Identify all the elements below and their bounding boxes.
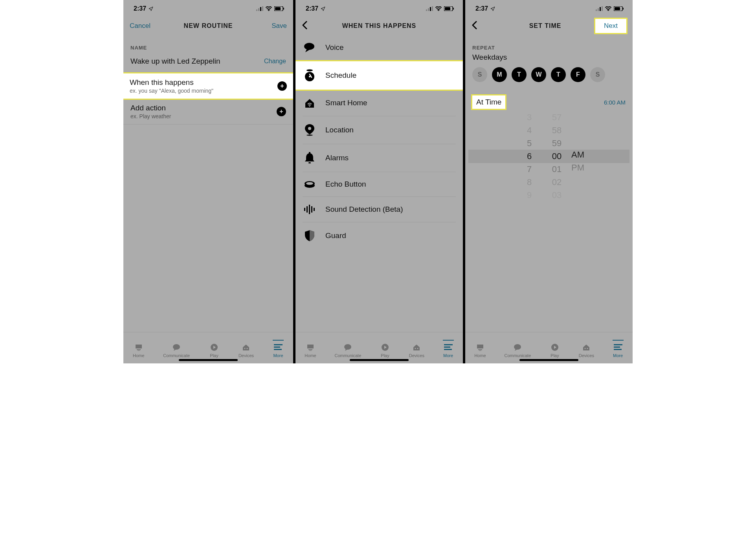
svg-point-26: [304, 43, 314, 50]
day-tue[interactable]: T: [512, 67, 527, 82]
picker-hours[interactable]: 3 4 5 6 7 8 9: [516, 117, 543, 195]
svg-rect-24: [445, 7, 450, 10]
status-bar: 2:37: [123, 0, 293, 17]
home-indicator[interactable]: [519, 359, 578, 361]
tab-more[interactable]: More: [443, 340, 454, 358]
home-indicator[interactable]: [350, 359, 409, 361]
back-button[interactable]: [472, 21, 495, 31]
day-fri[interactable]: F: [571, 67, 585, 82]
home-indicator[interactable]: [179, 359, 238, 361]
svg-rect-33: [309, 152, 310, 154]
tab-devices[interactable]: Devices: [579, 340, 594, 358]
save-button[interactable]: Save: [263, 22, 287, 30]
when-this-happens-row[interactable]: When this happens ex. you say "Alexa, go…: [123, 73, 293, 99]
at-time-row: At Time 6:00 AM: [465, 89, 633, 115]
play-icon: [551, 343, 559, 351]
svg-rect-40: [309, 205, 310, 214]
svg-rect-21: [432, 6, 433, 11]
svg-rect-1: [258, 8, 259, 11]
play-icon: [210, 343, 218, 351]
tab-more[interactable]: More: [273, 340, 284, 358]
svg-rect-41: [311, 206, 312, 213]
tab-play[interactable]: Play: [549, 340, 560, 358]
day-mon[interactable]: M: [492, 67, 507, 82]
chevron-left-icon: [302, 21, 307, 29]
cancel-button[interactable]: Cancel: [130, 22, 153, 30]
day-sat[interactable]: S: [590, 67, 605, 82]
at-time-value[interactable]: 6:00 AM: [604, 99, 626, 106]
tab-home[interactable]: Home: [305, 340, 316, 358]
svg-rect-2: [260, 7, 261, 11]
time-picker[interactable]: 3 4 5 6 7 8 9 57 58 59 00 01 02 03: [468, 117, 629, 195]
tab-communicate[interactable]: Communicate: [504, 340, 531, 358]
svg-rect-52: [444, 349, 452, 350]
location-arrow-icon: [321, 6, 325, 11]
svg-rect-59: [615, 7, 620, 10]
trigger-location[interactable]: Location: [303, 116, 456, 144]
trigger-smart-home[interactable]: Smart Home: [303, 90, 456, 116]
tab-devices[interactable]: Devices: [239, 340, 254, 358]
add-trigger-button[interactable]: +: [277, 81, 287, 91]
svg-rect-61: [477, 345, 483, 348]
back-button[interactable]: [302, 21, 325, 31]
chat-icon: [513, 344, 522, 351]
svg-rect-3: [262, 6, 263, 11]
cellular-icon: [596, 6, 603, 11]
repeat-value: Weekdays: [465, 53, 633, 67]
when-subtitle: ex. you say "Alexa, good morning": [130, 88, 213, 94]
trigger-echo-button[interactable]: Echo Button: [303, 172, 456, 197]
svg-rect-51: [444, 346, 450, 348]
day-sun[interactable]: S: [472, 67, 487, 82]
trigger-voice[interactable]: Voice: [303, 35, 456, 61]
day-thu[interactable]: T: [551, 67, 566, 82]
screen-new-routine: 2:37 Cancel NEW ROUTINE Save NAME Wake u…: [123, 0, 293, 363]
tab-devices[interactable]: Devices: [409, 340, 424, 358]
more-icon: [444, 344, 453, 350]
home-icon: [306, 344, 315, 351]
wifi-icon: [435, 6, 442, 11]
tab-home[interactable]: Home: [133, 340, 144, 358]
change-button[interactable]: Change: [264, 58, 286, 65]
header: Cancel NEW ROUTINE Save: [123, 17, 293, 35]
tab-home[interactable]: Home: [474, 340, 486, 358]
tab-communicate[interactable]: Communicate: [163, 340, 190, 358]
svg-point-11: [173, 344, 180, 350]
trigger-sound-detection[interactable]: Sound Detection (Beta): [303, 197, 456, 222]
svg-rect-15: [274, 344, 283, 345]
svg-point-31: [308, 127, 311, 130]
svg-rect-43: [307, 345, 314, 348]
play-icon: [381, 343, 389, 351]
picker-ampm[interactable]: AM PM: [570, 117, 597, 195]
tab-communicate[interactable]: Communicate: [334, 340, 361, 358]
trigger-schedule[interactable]: Schedule: [295, 61, 463, 90]
tab-play[interactable]: Play: [380, 340, 391, 358]
trigger-guard[interactable]: Guard: [303, 222, 456, 249]
trigger-alarms[interactable]: Alarms: [303, 144, 456, 172]
svg-rect-16: [274, 346, 280, 348]
add-action-button[interactable]: +: [277, 107, 286, 116]
next-button[interactable]: Next: [595, 19, 626, 33]
tab-more[interactable]: More: [613, 340, 624, 358]
svg-rect-7: [283, 8, 284, 10]
tab-bar: Home Communicate Play Devices More: [465, 332, 633, 363]
svg-point-32: [306, 135, 313, 136]
page-title: NEW ROUTINE: [153, 22, 263, 29]
day-wed[interactable]: W: [531, 67, 546, 82]
status-time: 2:37: [134, 5, 146, 12]
section-name-label: NAME: [123, 35, 293, 55]
add-action-row[interactable]: Add action ex. Play weather +: [123, 99, 293, 125]
tab-bar: Home Communicate Play Devices More: [123, 332, 293, 363]
svg-rect-69: [614, 346, 620, 348]
svg-rect-70: [614, 349, 622, 350]
page-title: SET TIME: [495, 22, 595, 29]
svg-rect-20: [430, 7, 431, 11]
devices-icon: [242, 343, 250, 351]
svg-point-66: [585, 348, 586, 349]
svg-rect-44: [308, 349, 312, 350]
picker-minutes[interactable]: 57 58 59 00 01 02 03: [543, 117, 571, 195]
svg-rect-10: [138, 350, 140, 351]
tab-play[interactable]: Play: [209, 340, 220, 358]
svg-point-48: [415, 348, 416, 349]
more-icon: [614, 344, 622, 350]
svg-point-64: [514, 344, 521, 350]
